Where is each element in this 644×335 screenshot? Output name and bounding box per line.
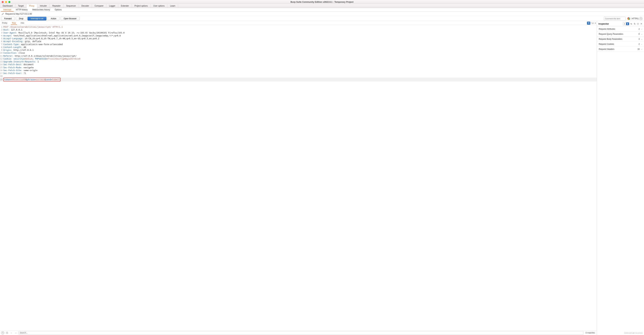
settings-gear-icon[interactable] xyxy=(5,331,9,334)
main-tab-comparer[interactable]: Comparer xyxy=(92,4,106,8)
svg-rect-1 xyxy=(588,22,590,23)
main-tab-target[interactable]: Target xyxy=(16,4,26,8)
main-tab-learn[interactable]: Learn xyxy=(167,4,178,8)
collapse-icon[interactable]: ⇅ xyxy=(633,22,636,25)
help-icon[interactable]: ? xyxy=(1,331,4,334)
intercept-action-bar: Forward Drop Intercept is on Action Open… xyxy=(0,16,644,21)
svg-point-3 xyxy=(7,332,8,333)
intercept-toggle-button[interactable]: Intercept is on xyxy=(28,17,46,20)
action-button[interactable]: Action xyxy=(48,17,59,20)
inspector-section-request-query-parameters[interactable]: Request Query Parameters0⌄ xyxy=(597,32,644,36)
sub-tab-http-history[interactable]: HTTP history xyxy=(14,8,30,12)
comment-input[interactable] xyxy=(604,17,626,20)
svg-point-4 xyxy=(638,24,638,24)
chevron-down-icon: ⌄ xyxy=(641,43,642,45)
search-input[interactable] xyxy=(18,331,584,334)
view-tab-raw[interactable]: Raw xyxy=(11,22,17,25)
inspector-panel: Inspector ▯▮ ⇆ ⇅ ✕ Request Attributes2⌄R… xyxy=(597,21,644,335)
chevron-down-icon: ⌄ xyxy=(641,33,642,35)
actions-panel-icon[interactable] xyxy=(587,22,590,25)
watermark-text: CSDN @无糖可乐没有货 xyxy=(624,332,643,334)
search-bar: ? ← → 0 matches xyxy=(0,330,597,335)
window-title: Burp Suite Community Edition v2022.8.1 -… xyxy=(0,1,644,3)
hamburger-menu-icon[interactable]: ≡ xyxy=(595,22,596,24)
main-tab-decoder[interactable]: Decoder xyxy=(79,4,92,8)
layout-toggle[interactable]: ▯▮ xyxy=(623,22,629,25)
view-tab-pretty[interactable]: Pretty xyxy=(1,22,8,25)
newline-indicator-icon[interactable]: \n xyxy=(591,22,594,24)
match-count-label: 0 matches xyxy=(585,332,596,334)
main-tab-user-options[interactable]: User options xyxy=(150,4,167,8)
http-request-editor[interactable]: 1POST /dvwa/vulnerabilities/javascript/ … xyxy=(0,25,597,330)
inspector-section-request-body-parameters[interactable]: Request Body Parameters3⌄ xyxy=(597,36,644,42)
main-tab-intruder[interactable]: Intruder xyxy=(37,4,50,8)
close-icon[interactable]: ✕ xyxy=(640,22,643,25)
edit-icon xyxy=(2,13,4,15)
main-tab-dashboard[interactable]: Dashboard xyxy=(0,4,16,8)
main-tab-extender[interactable]: Extender xyxy=(118,4,132,8)
forward-button[interactable]: Forward xyxy=(1,17,15,20)
sub-tab-intercept[interactable]: Intercept xyxy=(1,8,14,12)
drop-button[interactable]: Drop xyxy=(16,17,26,20)
main-tab-repeater[interactable]: Repeater xyxy=(50,4,64,8)
inspector-section-request-headers[interactable]: Request Headers16⌄ xyxy=(597,46,644,52)
request-info-bar: Request to http://127.0.0.1:80 xyxy=(0,12,644,16)
inspector-section-request-cookies[interactable]: Request Cookies2⌄ xyxy=(597,42,644,46)
sub-tab-options[interactable]: Options xyxy=(52,8,64,12)
main-tab-project-options[interactable]: Project options xyxy=(132,4,150,8)
view-mode-tabs: PrettyRawHex \n ≡ xyxy=(0,21,597,25)
main-tab-bar: DashboardTargetProxyIntruderRepeaterSequ… xyxy=(0,4,644,8)
help-icon[interactable]: ? xyxy=(639,17,642,20)
svg-rect-2 xyxy=(588,23,590,24)
gear-icon[interactable] xyxy=(636,22,639,25)
window-titlebar: Burp Suite Community Edition v2022.8.1 -… xyxy=(0,0,644,4)
expand-icon[interactable]: ⇆ xyxy=(630,22,632,25)
sub-tab-websockets-history[interactable]: WebSockets history xyxy=(30,8,52,12)
chevron-down-icon: ⌄ xyxy=(641,38,642,40)
open-browser-button[interactable]: Open Browser xyxy=(60,17,80,20)
prev-match-icon[interactable]: ← xyxy=(10,331,13,334)
view-tab-hex[interactable]: Hex xyxy=(20,22,25,25)
message-editor-panel: PrettyRawHex \n ≡ 1POST /dvwa/vulnerabil… xyxy=(0,21,597,335)
request-target-label: Request to http://127.0.0.1:80 xyxy=(5,13,32,15)
main-tab-proxy[interactable]: Proxy xyxy=(26,4,37,8)
http-version-label: HTTP/1 xyxy=(632,18,639,20)
chevron-down-icon: ⌄ xyxy=(641,28,642,30)
main-tab-sequencer[interactable]: Sequencer xyxy=(64,4,79,8)
chevron-down-icon: ⌄ xyxy=(641,48,642,50)
inspector-title: Inspector xyxy=(598,22,622,25)
next-match-icon[interactable]: → xyxy=(14,331,18,334)
main-tab-logger[interactable]: Logger xyxy=(106,4,118,8)
inspector-section-request-attributes[interactable]: Request Attributes2⌄ xyxy=(597,26,644,32)
highlight-color-icon[interactable] xyxy=(627,17,630,20)
proxy-sub-tab-bar: InterceptHTTP historyWebSockets historyO… xyxy=(0,8,644,12)
